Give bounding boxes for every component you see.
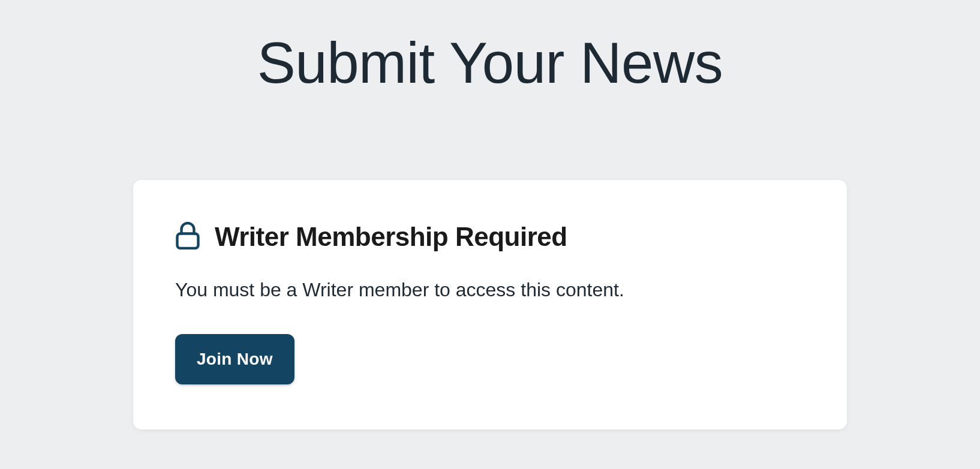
lock-icon bbox=[175, 222, 200, 252]
card-description: You must be a Writer member to access th… bbox=[175, 279, 805, 301]
join-now-button[interactable]: Join Now bbox=[175, 334, 294, 384]
page-title: Submit Your News bbox=[12, 30, 968, 96]
svg-rect-0 bbox=[178, 234, 199, 249]
card-title: Writer Membership Required bbox=[215, 222, 567, 252]
membership-card: Writer Membership Required You must be a… bbox=[133, 180, 847, 429]
card-header: Writer Membership Required bbox=[175, 222, 805, 252]
